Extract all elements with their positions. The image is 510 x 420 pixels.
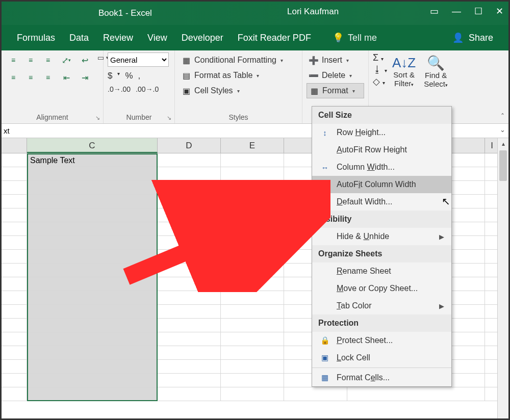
cell[interactable] (158, 167, 221, 181)
cell[interactable] (2, 153, 27, 167)
cell[interactable] (347, 387, 485, 401)
collapse-ribbon-icon[interactable]: ˄ (501, 112, 504, 120)
menu-hide-unhide[interactable]: Hide & Unhide ▶ (312, 228, 451, 245)
menu-lock-cell[interactable]: ▣ Lock Cell (312, 349, 451, 366)
cell-styles-button[interactable]: ▣ Cell Styles▾ (179, 83, 298, 98)
cell[interactable] (158, 291, 221, 305)
cell[interactable] (221, 195, 284, 208)
increase-decimal-icon[interactable]: .0→.00 (108, 85, 131, 93)
cell[interactable] (2, 195, 27, 208)
cell[interactable] (158, 387, 221, 401)
align-right-icon[interactable]: ≡ (40, 70, 56, 85)
scroll-thumb[interactable] (499, 150, 507, 181)
cell[interactable] (27, 346, 158, 360)
menu-move-copy[interactable]: Move or Copy Sheet... (312, 280, 451, 297)
cell[interactable] (27, 387, 158, 401)
cell[interactable] (27, 181, 158, 195)
cell[interactable] (221, 319, 284, 332)
cell[interactable] (2, 346, 27, 360)
cell[interactable]: Sample Text (27, 153, 158, 167)
cell[interactable] (158, 346, 221, 360)
cell[interactable] (221, 208, 284, 222)
align-top-icon[interactable]: ≡ (6, 52, 21, 68)
number-dialog-launcher-icon[interactable]: ↘ (167, 115, 171, 121)
cell[interactable] (221, 264, 284, 277)
cell[interactable] (27, 319, 158, 332)
cell[interactable] (2, 332, 27, 346)
cell[interactable] (221, 305, 284, 319)
menu-default-width[interactable]: Default Width... (312, 193, 451, 211)
cell[interactable] (27, 264, 158, 277)
sort-filter-button[interactable]: A↓Z Sort &Filter▾ (389, 52, 419, 90)
col-header-e[interactable]: E (221, 138, 284, 153)
tab-foxit[interactable]: Foxit Reader PDF (238, 33, 311, 43)
cell[interactable] (27, 250, 158, 264)
vertical-scrollbar[interactable]: ▴ (497, 138, 508, 418)
menu-row-height[interactable]: ↕ Row Height... (312, 124, 451, 141)
cell[interactable] (158, 236, 221, 250)
menu-autofit-column[interactable]: AutoFit Column Width (312, 176, 451, 193)
cell[interactable] (158, 332, 221, 346)
cell[interactable] (221, 236, 284, 250)
cell[interactable] (2, 360, 27, 374)
cell[interactable] (158, 277, 221, 291)
cell[interactable] (2, 291, 27, 305)
cell[interactable] (221, 360, 284, 374)
cell[interactable] (158, 153, 221, 167)
wrap-text-icon[interactable]: ↩ (77, 52, 92, 68)
cell[interactable] (27, 291, 158, 305)
cell[interactable] (158, 222, 221, 236)
menu-autofit-row[interactable]: AutoFit Row Height (312, 141, 451, 159)
cell[interactable] (2, 305, 27, 319)
cell[interactable] (158, 319, 221, 332)
cell[interactable] (158, 181, 221, 195)
cell[interactable] (2, 208, 27, 222)
tab-developer[interactable]: Developer (182, 33, 223, 43)
tab-data[interactable]: Data (69, 33, 89, 43)
find-select-button[interactable]: 🔍 Find &Select▾ (421, 52, 451, 90)
menu-column-width[interactable]: ↔ Column Width... (312, 159, 451, 176)
percent-icon[interactable]: % (125, 71, 133, 81)
cell[interactable] (221, 332, 284, 346)
cell[interactable] (284, 387, 347, 401)
cell[interactable] (2, 167, 27, 181)
cell[interactable] (27, 277, 158, 291)
cell[interactable] (2, 277, 27, 291)
cell[interactable] (158, 374, 221, 387)
number-format-select[interactable]: General (108, 52, 169, 67)
autosum-icon[interactable]: Σ ▾ (373, 52, 387, 63)
minimize-icon[interactable]: — (452, 6, 461, 17)
col-header-c[interactable]: C (27, 138, 158, 153)
maximize-icon[interactable]: ☐ (474, 6, 482, 17)
tab-view[interactable]: View (147, 33, 167, 43)
align-bottom-icon[interactable]: ≡ (40, 52, 56, 68)
cell[interactable] (221, 387, 284, 401)
cell[interactable] (221, 250, 284, 264)
menu-protect-sheet[interactable]: 🔒 Protect Sheet... (312, 332, 451, 349)
cell[interactable] (27, 332, 158, 346)
align-middle-icon[interactable]: ≡ (23, 52, 38, 68)
tab-formulas[interactable]: Formulas (17, 33, 55, 43)
cell[interactable] (27, 305, 158, 319)
orientation-icon[interactable]: ⤢▾ (59, 52, 74, 68)
cell[interactable] (2, 181, 27, 195)
increase-indent-icon[interactable]: ⇥ (77, 70, 92, 85)
cell[interactable] (221, 153, 284, 167)
cell[interactable] (221, 346, 284, 360)
align-center-icon[interactable]: ≡ (23, 70, 38, 85)
cell[interactable] (27, 374, 158, 387)
align-left-icon[interactable]: ≡ (6, 70, 21, 85)
cell[interactable] (27, 236, 158, 250)
decrease-decimal-icon[interactable]: .00→.0 (136, 85, 159, 93)
format-button[interactable]: ▦ Format▾ (307, 83, 364, 98)
cell[interactable] (221, 222, 284, 236)
menu-format-cells[interactable]: ▦ Format Cells... (312, 369, 451, 386)
tell-me[interactable]: 💡 Tell me (333, 32, 377, 43)
cell[interactable] (221, 374, 284, 387)
share-button[interactable]: 👤 Share (452, 32, 493, 43)
cell[interactable] (158, 250, 221, 264)
clear-icon[interactable]: ◇ ▾ (373, 76, 387, 87)
col-header-blank[interactable] (2, 138, 27, 153)
comma-icon[interactable]: , (138, 71, 141, 81)
fill-icon[interactable]: ⭳ ▾ (373, 64, 387, 75)
